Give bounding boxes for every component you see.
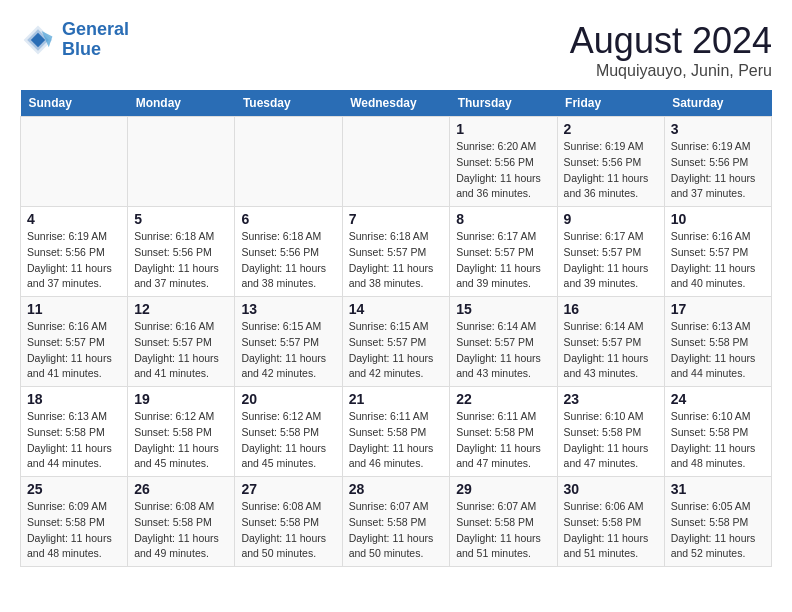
calendar-table: SundayMondayTuesdayWednesdayThursdayFrid… (20, 90, 772, 567)
day-info: Sunrise: 6:14 AMSunset: 5:57 PMDaylight:… (564, 319, 658, 382)
day-number: 31 (671, 481, 765, 497)
calendar-cell: 8Sunrise: 6:17 AMSunset: 5:57 PMDaylight… (450, 207, 557, 297)
day-info: Sunrise: 6:16 AMSunset: 5:57 PMDaylight:… (671, 229, 765, 292)
day-number: 28 (349, 481, 444, 497)
calendar-cell: 20Sunrise: 6:12 AMSunset: 5:58 PMDayligh… (235, 387, 342, 477)
day-number: 9 (564, 211, 658, 227)
day-number: 18 (27, 391, 121, 407)
day-info: Sunrise: 6:14 AMSunset: 5:57 PMDaylight:… (456, 319, 550, 382)
calendar-cell (21, 117, 128, 207)
calendar-cell: 13Sunrise: 6:15 AMSunset: 5:57 PMDayligh… (235, 297, 342, 387)
calendar-cell: 12Sunrise: 6:16 AMSunset: 5:57 PMDayligh… (128, 297, 235, 387)
calendar-cell: 27Sunrise: 6:08 AMSunset: 5:58 PMDayligh… (235, 477, 342, 567)
day-number: 15 (456, 301, 550, 317)
day-number: 13 (241, 301, 335, 317)
day-number: 21 (349, 391, 444, 407)
day-info: Sunrise: 6:19 AMSunset: 5:56 PMDaylight:… (671, 139, 765, 202)
col-header-monday: Monday (128, 90, 235, 117)
calendar-cell: 1Sunrise: 6:20 AMSunset: 5:56 PMDaylight… (450, 117, 557, 207)
calendar-cell (128, 117, 235, 207)
calendar-cell: 30Sunrise: 6:06 AMSunset: 5:58 PMDayligh… (557, 477, 664, 567)
day-info: Sunrise: 6:13 AMSunset: 5:58 PMDaylight:… (27, 409, 121, 472)
day-number: 3 (671, 121, 765, 137)
day-number: 7 (349, 211, 444, 227)
week-row-2: 4Sunrise: 6:19 AMSunset: 5:56 PMDaylight… (21, 207, 772, 297)
day-info: Sunrise: 6:11 AMSunset: 5:58 PMDaylight:… (349, 409, 444, 472)
calendar-cell: 18Sunrise: 6:13 AMSunset: 5:58 PMDayligh… (21, 387, 128, 477)
col-header-sunday: Sunday (21, 90, 128, 117)
day-number: 2 (564, 121, 658, 137)
day-info: Sunrise: 6:05 AMSunset: 5:58 PMDaylight:… (671, 499, 765, 562)
day-info: Sunrise: 6:12 AMSunset: 5:58 PMDaylight:… (134, 409, 228, 472)
logo-icon (20, 22, 56, 58)
calendar-header-row: SundayMondayTuesdayWednesdayThursdayFrid… (21, 90, 772, 117)
day-info: Sunrise: 6:17 AMSunset: 5:57 PMDaylight:… (564, 229, 658, 292)
day-info: Sunrise: 6:16 AMSunset: 5:57 PMDaylight:… (134, 319, 228, 382)
day-number: 23 (564, 391, 658, 407)
day-number: 17 (671, 301, 765, 317)
calendar-cell (235, 117, 342, 207)
day-number: 24 (671, 391, 765, 407)
day-number: 16 (564, 301, 658, 317)
calendar-cell: 26Sunrise: 6:08 AMSunset: 5:58 PMDayligh… (128, 477, 235, 567)
calendar-cell: 29Sunrise: 6:07 AMSunset: 5:58 PMDayligh… (450, 477, 557, 567)
day-number: 20 (241, 391, 335, 407)
day-info: Sunrise: 6:18 AMSunset: 5:57 PMDaylight:… (349, 229, 444, 292)
day-info: Sunrise: 6:07 AMSunset: 5:58 PMDaylight:… (349, 499, 444, 562)
day-info: Sunrise: 6:15 AMSunset: 5:57 PMDaylight:… (349, 319, 444, 382)
logo: General Blue (20, 20, 129, 60)
col-header-tuesday: Tuesday (235, 90, 342, 117)
day-number: 22 (456, 391, 550, 407)
calendar-cell: 24Sunrise: 6:10 AMSunset: 5:58 PMDayligh… (664, 387, 771, 477)
day-info: Sunrise: 6:10 AMSunset: 5:58 PMDaylight:… (564, 409, 658, 472)
day-info: Sunrise: 6:19 AMSunset: 5:56 PMDaylight:… (564, 139, 658, 202)
calendar-cell: 28Sunrise: 6:07 AMSunset: 5:58 PMDayligh… (342, 477, 450, 567)
day-info: Sunrise: 6:11 AMSunset: 5:58 PMDaylight:… (456, 409, 550, 472)
day-number: 10 (671, 211, 765, 227)
day-info: Sunrise: 6:06 AMSunset: 5:58 PMDaylight:… (564, 499, 658, 562)
title-block: August 2024 Muquiyauyo, Junin, Peru (570, 20, 772, 80)
day-info: Sunrise: 6:20 AMSunset: 5:56 PMDaylight:… (456, 139, 550, 202)
day-info: Sunrise: 6:10 AMSunset: 5:58 PMDaylight:… (671, 409, 765, 472)
calendar-cell: 16Sunrise: 6:14 AMSunset: 5:57 PMDayligh… (557, 297, 664, 387)
day-info: Sunrise: 6:18 AMSunset: 5:56 PMDaylight:… (134, 229, 228, 292)
day-info: Sunrise: 6:12 AMSunset: 5:58 PMDaylight:… (241, 409, 335, 472)
calendar-cell: 5Sunrise: 6:18 AMSunset: 5:56 PMDaylight… (128, 207, 235, 297)
week-row-5: 25Sunrise: 6:09 AMSunset: 5:58 PMDayligh… (21, 477, 772, 567)
col-header-saturday: Saturday (664, 90, 771, 117)
calendar-cell: 14Sunrise: 6:15 AMSunset: 5:57 PMDayligh… (342, 297, 450, 387)
main-title: August 2024 (570, 20, 772, 62)
calendar-cell (342, 117, 450, 207)
day-number: 19 (134, 391, 228, 407)
day-number: 1 (456, 121, 550, 137)
calendar-cell: 31Sunrise: 6:05 AMSunset: 5:58 PMDayligh… (664, 477, 771, 567)
calendar-cell: 21Sunrise: 6:11 AMSunset: 5:58 PMDayligh… (342, 387, 450, 477)
day-number: 30 (564, 481, 658, 497)
calendar-cell: 7Sunrise: 6:18 AMSunset: 5:57 PMDaylight… (342, 207, 450, 297)
page-header: General Blue August 2024 Muquiyauyo, Jun… (20, 20, 772, 80)
day-info: Sunrise: 6:07 AMSunset: 5:58 PMDaylight:… (456, 499, 550, 562)
day-info: Sunrise: 6:15 AMSunset: 5:57 PMDaylight:… (241, 319, 335, 382)
col-header-thursday: Thursday (450, 90, 557, 117)
day-number: 26 (134, 481, 228, 497)
day-number: 5 (134, 211, 228, 227)
day-number: 12 (134, 301, 228, 317)
day-info: Sunrise: 6:08 AMSunset: 5:58 PMDaylight:… (134, 499, 228, 562)
day-number: 8 (456, 211, 550, 227)
week-row-3: 11Sunrise: 6:16 AMSunset: 5:57 PMDayligh… (21, 297, 772, 387)
day-info: Sunrise: 6:17 AMSunset: 5:57 PMDaylight:… (456, 229, 550, 292)
day-info: Sunrise: 6:09 AMSunset: 5:58 PMDaylight:… (27, 499, 121, 562)
calendar-cell: 25Sunrise: 6:09 AMSunset: 5:58 PMDayligh… (21, 477, 128, 567)
sub-title: Muquiyauyo, Junin, Peru (570, 62, 772, 80)
calendar-cell: 9Sunrise: 6:17 AMSunset: 5:57 PMDaylight… (557, 207, 664, 297)
calendar-cell: 4Sunrise: 6:19 AMSunset: 5:56 PMDaylight… (21, 207, 128, 297)
calendar-cell: 6Sunrise: 6:18 AMSunset: 5:56 PMDaylight… (235, 207, 342, 297)
calendar-cell: 23Sunrise: 6:10 AMSunset: 5:58 PMDayligh… (557, 387, 664, 477)
day-info: Sunrise: 6:19 AMSunset: 5:56 PMDaylight:… (27, 229, 121, 292)
day-number: 27 (241, 481, 335, 497)
logo-text: General Blue (62, 20, 129, 60)
calendar-cell: 11Sunrise: 6:16 AMSunset: 5:57 PMDayligh… (21, 297, 128, 387)
col-header-wednesday: Wednesday (342, 90, 450, 117)
day-number: 14 (349, 301, 444, 317)
calendar-cell: 19Sunrise: 6:12 AMSunset: 5:58 PMDayligh… (128, 387, 235, 477)
